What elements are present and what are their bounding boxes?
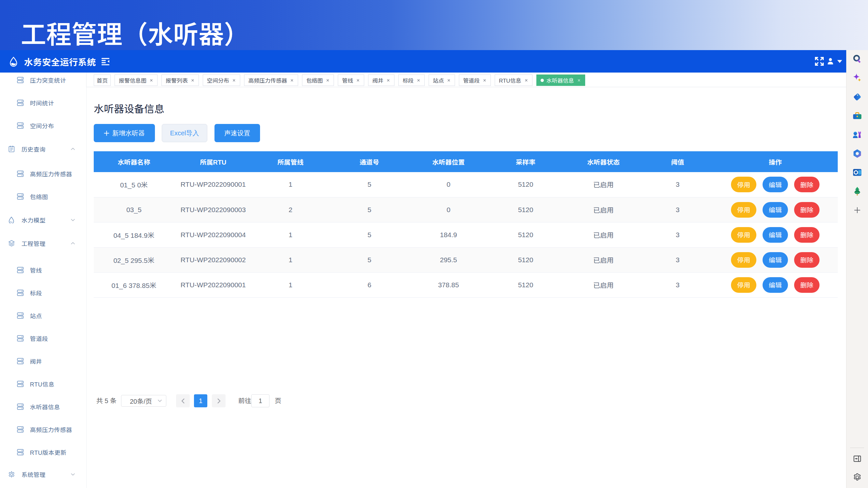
sidebar-item-4[interactable]: 历史查询 — [0, 138, 86, 160]
games-icon[interactable] — [852, 129, 863, 140]
next-page-button[interactable] — [212, 394, 225, 407]
sidebar-item-7[interactable]: 水力模型 — [0, 208, 86, 231]
tab-9[interactable]: 标段 — [398, 74, 425, 86]
shopping-tag-icon[interactable] — [852, 92, 863, 102]
tab-2[interactable]: 报警信息图 — [115, 74, 157, 86]
delete-button[interactable]: 删除 — [794, 252, 819, 268]
server-icon — [17, 335, 24, 342]
disable-button[interactable]: 停用 — [731, 252, 756, 268]
sidebar-item-16[interactable]: 高频压力传感器 — [0, 418, 86, 441]
menu-fold-icon[interactable] — [101, 57, 110, 65]
table-cell: 5 — [329, 222, 410, 247]
tab-close-icon[interactable] — [447, 78, 451, 82]
sidebar-item-11[interactable]: 站点 — [0, 304, 86, 327]
tab-close-icon[interactable] — [356, 78, 360, 82]
toolbox-icon[interactable] — [852, 110, 863, 121]
sidebar-item-8[interactable]: 工程管理 — [0, 232, 86, 255]
slide-title: 工程管理（水听器） — [21, 14, 249, 51]
tab-close-icon[interactable] — [149, 78, 153, 82]
delete-button[interactable]: 删除 — [794, 227, 819, 243]
fullscreen-icon[interactable] — [814, 56, 825, 66]
page-size-select[interactable]: 20条/页 — [121, 395, 166, 407]
tab-close-icon[interactable] — [524, 78, 528, 82]
sidebar-item-18[interactable]: 系统管理 — [0, 463, 86, 486]
edit-button[interactable]: 编辑 — [763, 227, 788, 243]
disable-button[interactable]: 停用 — [731, 277, 756, 293]
disable-button[interactable]: 停用 — [731, 227, 756, 243]
server-icon — [17, 312, 24, 319]
tab-close-icon[interactable] — [232, 78, 236, 82]
edit-button[interactable]: 编辑 — [763, 277, 788, 293]
sidebar-item-3[interactable]: 空间分布 — [0, 114, 86, 137]
copilot-star-icon[interactable] — [852, 72, 863, 84]
sidebar-item-6[interactable]: 包络图 — [0, 185, 86, 208]
table-cell: 已启用 — [564, 247, 643, 272]
sidebar-item-13[interactable]: 阀井 — [0, 350, 86, 372]
table-header-cell: 操作 — [713, 151, 838, 172]
sidebar-item-9[interactable]: 管线 — [0, 259, 86, 282]
tab-close-icon[interactable] — [483, 78, 487, 82]
open-panel-icon[interactable] — [854, 455, 862, 463]
tab-11[interactable]: 管道段 — [459, 74, 491, 86]
delete-button[interactable]: 删除 — [794, 177, 819, 192]
sidebar-item-1[interactable]: 压力突变统计 — [0, 69, 86, 91]
sound-speed-button[interactable]: 声速设置 — [215, 124, 260, 142]
table-row-4: 02_5 295.5米RTU-WP202209000215295.55120已启… — [94, 247, 838, 272]
tab-6[interactable]: 包络图 — [302, 74, 334, 86]
tab-1[interactable]: 首页 — [94, 74, 111, 86]
prev-page-button[interactable] — [176, 394, 190, 407]
goto-page-input[interactable] — [251, 394, 270, 407]
page-number-1[interactable]: 1 — [194, 394, 207, 407]
sidebar-item-17[interactable]: RTU版本更新 — [0, 441, 86, 464]
excel-import-button[interactable]: Excel导入 — [162, 124, 207, 142]
server-icon — [17, 426, 24, 433]
tab-close-icon[interactable] — [386, 78, 390, 82]
row-actions: 停用 编辑 删除 — [713, 227, 838, 243]
table-cell-actions: 停用 编辑 删除 — [713, 247, 838, 272]
tab-close-icon[interactable] — [191, 78, 195, 82]
delete-button[interactable]: 删除 — [794, 277, 819, 293]
sidebar-item-10[interactable]: 标段 — [0, 282, 86, 304]
tree-icon[interactable] — [852, 186, 863, 197]
tab-12[interactable]: RTU信息 — [495, 74, 532, 86]
server-icon — [17, 267, 24, 273]
user-menu-caret-icon[interactable] — [837, 60, 842, 63]
tab-4[interactable]: 空间分布 — [203, 74, 240, 86]
tab-label: 阀井 — [372, 76, 383, 84]
tab-3[interactable]: 报警列表 — [161, 74, 199, 86]
sidebar-item-15[interactable]: 水听器信息 — [0, 395, 86, 418]
user-avatar-icon[interactable] — [826, 57, 835, 66]
chevron-down-icon — [71, 219, 75, 222]
server-icon — [17, 77, 24, 84]
tab-close-icon[interactable] — [326, 78, 330, 82]
table-row-3: 04_5 184.9米RTU-WP202209000415184.95120已启… — [94, 222, 838, 247]
table-cell: RTU-WP2022090002 — [174, 247, 252, 272]
sidebar-item-14[interactable]: RTU信息 — [0, 372, 86, 395]
goto-label: 前往 — [238, 394, 251, 407]
app-logo-droplet-icon — [9, 57, 18, 67]
tab-close-icon[interactable] — [416, 78, 421, 82]
disable-button[interactable]: 停用 — [731, 202, 756, 218]
m365-icon[interactable] — [852, 148, 863, 159]
tab-close-icon[interactable] — [290, 78, 294, 82]
edit-button[interactable]: 编辑 — [763, 202, 788, 218]
add-hydrophone-button[interactable]: 新增水听器 — [94, 124, 155, 142]
table-cell-actions: 停用 编辑 删除 — [713, 197, 838, 222]
tab-7[interactable]: 管线 — [338, 74, 364, 86]
settings-gear-icon[interactable] — [853, 473, 862, 482]
delete-button[interactable]: 删除 — [794, 202, 819, 218]
tab-10[interactable]: 站点 — [429, 74, 455, 86]
tab-close-icon[interactable] — [577, 78, 581, 82]
sidebar-item-12[interactable]: 管道段 — [0, 327, 86, 350]
outlook-icon[interactable] — [852, 167, 863, 178]
sidebar-item-2[interactable]: 时间统计 — [0, 91, 86, 114]
add-icon[interactable] — [853, 206, 862, 215]
tab-5[interactable]: 高频压力传感器 — [244, 74, 298, 86]
edit-button[interactable]: 编辑 — [763, 252, 788, 268]
tab-8[interactable]: 阀井 — [368, 74, 395, 86]
disable-button[interactable]: 停用 — [731, 177, 756, 192]
search-icon[interactable] — [852, 54, 863, 65]
tab-13[interactable]: 水听器信息 — [536, 74, 585, 86]
sidebar-item-5[interactable]: 高频压力传感器 — [0, 162, 86, 185]
edit-button[interactable]: 编辑 — [763, 177, 788, 192]
